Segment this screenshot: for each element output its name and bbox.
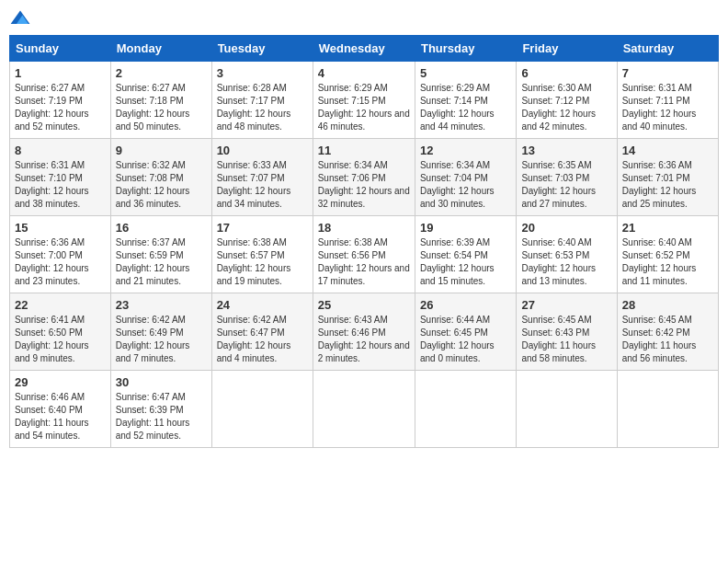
day-number: 18 <box>318 221 410 235</box>
day-number: 12 <box>420 144 511 157</box>
calendar-day-cell: 22 Sunrise: 6:41 AMSunset: 6:50 PMDaylig… <box>10 293 111 371</box>
day-number: 19 <box>420 221 511 235</box>
day-number: 7 <box>622 66 713 80</box>
calendar-day-cell: 16 Sunrise: 6:37 AMSunset: 6:59 PMDaylig… <box>110 216 211 293</box>
day-number: 8 <box>15 144 106 157</box>
day-number: 29 <box>15 375 106 389</box>
calendar-day-cell <box>517 371 617 448</box>
day-info: Sunrise: 6:38 AMSunset: 6:56 PMDaylight:… <box>318 237 410 286</box>
day-info: Sunrise: 6:40 AMSunset: 6:53 PMDaylight:… <box>521 237 596 286</box>
day-number: 5 <box>420 66 511 80</box>
day-info: Sunrise: 6:27 AMSunset: 7:19 PMDaylight:… <box>15 83 89 132</box>
calendar-day-cell: 26 Sunrise: 6:44 AMSunset: 6:45 PMDaylig… <box>415 293 516 371</box>
calendar-week-row: 22 Sunrise: 6:41 AMSunset: 6:50 PMDaylig… <box>10 293 719 371</box>
calendar-day-cell: 11 Sunrise: 6:34 AMSunset: 7:06 PMDaylig… <box>313 139 415 216</box>
day-info: Sunrise: 6:44 AMSunset: 6:45 PMDaylight:… <box>420 315 495 363</box>
calendar-header-friday: Friday <box>517 36 617 62</box>
calendar-header-wednesday: Wednesday <box>313 36 415 62</box>
day-info: Sunrise: 6:35 AMSunset: 7:03 PMDaylight:… <box>521 160 596 209</box>
calendar-header-row: SundayMondayTuesdayWednesdayThursdayFrid… <box>10 36 719 62</box>
day-number: 9 <box>116 144 207 157</box>
calendar-day-cell: 20 Sunrise: 6:40 AMSunset: 6:53 PMDaylig… <box>517 216 617 293</box>
day-info: Sunrise: 6:38 AMSunset: 6:57 PMDaylight:… <box>217 237 291 286</box>
calendar-table: SundayMondayTuesdayWednesdayThursdayFrid… <box>9 35 719 448</box>
day-info: Sunrise: 6:31 AMSunset: 7:11 PMDaylight:… <box>622 83 697 132</box>
day-number: 22 <box>15 298 106 312</box>
calendar-day-cell <box>415 371 516 448</box>
day-info: Sunrise: 6:29 AMSunset: 7:15 PMDaylight:… <box>318 83 410 132</box>
day-info: Sunrise: 6:36 AMSunset: 7:01 PMDaylight:… <box>622 160 697 209</box>
calendar-day-cell: 4 Sunrise: 6:29 AMSunset: 7:15 PMDayligh… <box>313 62 415 139</box>
calendar-day-cell <box>211 371 313 448</box>
page-header <box>9 9 719 28</box>
day-info: Sunrise: 6:33 AMSunset: 7:07 PMDaylight:… <box>217 160 291 209</box>
calendar-header-thursday: Thursday <box>415 36 516 62</box>
calendar-day-cell: 29 Sunrise: 6:46 AMSunset: 6:40 PMDaylig… <box>10 371 111 448</box>
day-number: 27 <box>521 298 611 312</box>
logo <box>9 9 39 28</box>
calendar-header-sunday: Sunday <box>10 36 111 62</box>
day-number: 25 <box>318 298 410 312</box>
calendar-day-cell: 3 Sunrise: 6:28 AMSunset: 7:17 PMDayligh… <box>211 62 313 139</box>
calendar-day-cell: 7 Sunrise: 6:31 AMSunset: 7:11 PMDayligh… <box>617 62 718 139</box>
calendar-day-cell: 10 Sunrise: 6:33 AMSunset: 7:07 PMDaylig… <box>211 139 313 216</box>
calendar-day-cell: 9 Sunrise: 6:32 AMSunset: 7:08 PMDayligh… <box>110 139 211 216</box>
calendar-day-cell: 8 Sunrise: 6:31 AMSunset: 7:10 PMDayligh… <box>10 139 111 216</box>
day-number: 3 <box>217 66 308 80</box>
day-info: Sunrise: 6:46 AMSunset: 6:40 PMDaylight:… <box>15 392 89 441</box>
day-number: 2 <box>116 66 207 80</box>
day-info: Sunrise: 6:37 AMSunset: 6:59 PMDaylight:… <box>116 237 190 286</box>
day-info: Sunrise: 6:30 AMSunset: 7:12 PMDaylight:… <box>521 83 596 132</box>
calendar-day-cell: 5 Sunrise: 6:29 AMSunset: 7:14 PMDayligh… <box>415 62 516 139</box>
calendar-day-cell: 12 Sunrise: 6:34 AMSunset: 7:04 PMDaylig… <box>415 139 516 216</box>
day-info: Sunrise: 6:34 AMSunset: 7:06 PMDaylight:… <box>318 160 410 209</box>
calendar-day-cell: 23 Sunrise: 6:42 AMSunset: 6:49 PMDaylig… <box>110 293 211 371</box>
calendar-day-cell: 28 Sunrise: 6:45 AMSunset: 6:42 PMDaylig… <box>617 293 718 371</box>
calendar-week-row: 8 Sunrise: 6:31 AMSunset: 7:10 PMDayligh… <box>10 139 719 216</box>
day-info: Sunrise: 6:47 AMSunset: 6:39 PMDaylight:… <box>116 392 190 441</box>
day-number: 15 <box>15 221 106 235</box>
calendar-week-row: 1 Sunrise: 6:27 AMSunset: 7:19 PMDayligh… <box>10 62 719 139</box>
calendar-day-cell: 24 Sunrise: 6:42 AMSunset: 6:47 PMDaylig… <box>211 293 313 371</box>
calendar-day-cell: 30 Sunrise: 6:47 AMSunset: 6:39 PMDaylig… <box>110 371 211 448</box>
day-number: 13 <box>521 144 611 157</box>
day-info: Sunrise: 6:41 AMSunset: 6:50 PMDaylight:… <box>15 315 89 363</box>
day-number: 1 <box>15 66 106 80</box>
calendar-header-tuesday: Tuesday <box>211 36 313 62</box>
day-number: 28 <box>622 298 713 312</box>
calendar-day-cell: 17 Sunrise: 6:38 AMSunset: 6:57 PMDaylig… <box>211 216 313 293</box>
calendar-day-cell <box>313 371 415 448</box>
day-info: Sunrise: 6:39 AMSunset: 6:54 PMDaylight:… <box>420 237 495 286</box>
day-number: 21 <box>622 221 713 235</box>
day-number: 4 <box>318 66 410 80</box>
day-info: Sunrise: 6:45 AMSunset: 6:43 PMDaylight:… <box>521 315 596 363</box>
calendar-day-cell: 13 Sunrise: 6:35 AMSunset: 7:03 PMDaylig… <box>517 139 617 216</box>
day-info: Sunrise: 6:32 AMSunset: 7:08 PMDaylight:… <box>116 160 190 209</box>
day-number: 16 <box>116 221 207 235</box>
calendar-day-cell: 19 Sunrise: 6:39 AMSunset: 6:54 PMDaylig… <box>415 216 516 293</box>
day-info: Sunrise: 6:36 AMSunset: 7:00 PMDaylight:… <box>15 237 89 286</box>
day-number: 10 <box>217 144 308 157</box>
day-info: Sunrise: 6:40 AMSunset: 6:52 PMDaylight:… <box>622 237 697 286</box>
calendar-day-cell: 15 Sunrise: 6:36 AMSunset: 7:00 PMDaylig… <box>10 216 111 293</box>
calendar-day-cell: 6 Sunrise: 6:30 AMSunset: 7:12 PMDayligh… <box>517 62 617 139</box>
day-info: Sunrise: 6:45 AMSunset: 6:42 PMDaylight:… <box>622 315 697 363</box>
day-info: Sunrise: 6:43 AMSunset: 6:46 PMDaylight:… <box>318 315 410 363</box>
logo-icon <box>9 9 31 28</box>
calendar-week-row: 15 Sunrise: 6:36 AMSunset: 7:00 PMDaylig… <box>10 216 719 293</box>
day-number: 26 <box>420 298 511 312</box>
day-info: Sunrise: 6:28 AMSunset: 7:17 PMDaylight:… <box>217 83 291 132</box>
calendar-day-cell: 25 Sunrise: 6:43 AMSunset: 6:46 PMDaylig… <box>313 293 415 371</box>
day-number: 11 <box>318 144 410 157</box>
day-info: Sunrise: 6:42 AMSunset: 6:49 PMDaylight:… <box>116 315 190 363</box>
calendar-day-cell: 14 Sunrise: 6:36 AMSunset: 7:01 PMDaylig… <box>617 139 718 216</box>
day-info: Sunrise: 6:34 AMSunset: 7:04 PMDaylight:… <box>420 160 495 209</box>
day-number: 30 <box>116 375 207 389</box>
calendar-day-cell: 2 Sunrise: 6:27 AMSunset: 7:18 PMDayligh… <box>110 62 211 139</box>
day-number: 20 <box>521 221 611 235</box>
day-number: 23 <box>116 298 207 312</box>
day-info: Sunrise: 6:42 AMSunset: 6:47 PMDaylight:… <box>217 315 291 363</box>
day-number: 24 <box>217 298 308 312</box>
day-info: Sunrise: 6:29 AMSunset: 7:14 PMDaylight:… <box>420 83 495 132</box>
calendar-week-row: 29 Sunrise: 6:46 AMSunset: 6:40 PMDaylig… <box>10 371 719 448</box>
